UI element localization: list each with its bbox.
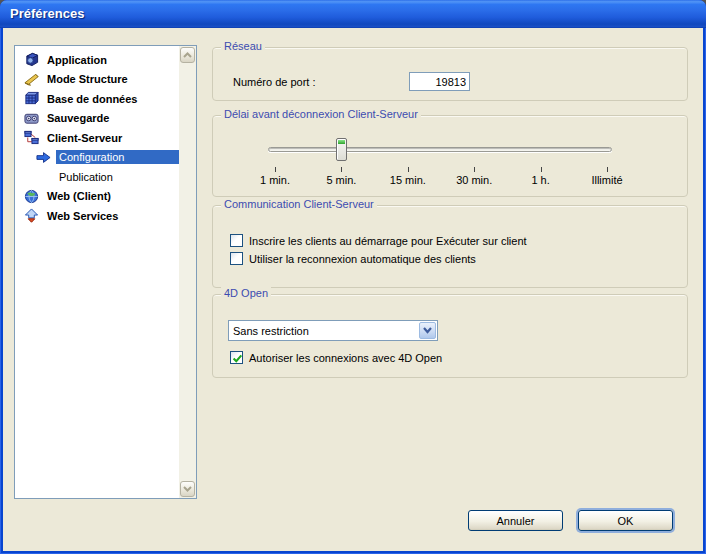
preferences-tree: ApplicationMode StructureBase de données… — [14, 45, 197, 499]
timeout-slider-track[interactable] — [268, 147, 612, 152]
check-icon — [231, 352, 244, 365]
communication-checkbox[interactable] — [230, 252, 243, 265]
port-number-input[interactable] — [409, 72, 470, 91]
sidebar-item-label: Publication — [56, 170, 116, 184]
sidebar-item-client-serveur[interactable]: Client-Serveur — [15, 128, 179, 148]
communication-group: Communication Client-Serveur Inscrire le… — [212, 205, 688, 288]
sidebar-item-label: Web Services — [44, 209, 121, 223]
tree-scrollbar[interactable] — [179, 46, 196, 498]
slider-tick — [275, 167, 276, 172]
communication-checkbox-row: Utiliser la reconnexion automatique des … — [230, 252, 476, 265]
slider-tick-label: 15 min. — [390, 174, 426, 186]
sidebar-item-label: Base de données — [44, 92, 140, 106]
communication-checkbox-label: Inscrire les clients au démarrage pour E… — [249, 235, 527, 247]
sidebar-item-label: Sauvegarde — [44, 111, 112, 125]
window-title: Préférences — [0, 0, 706, 28]
4d-open-access-value: Sans restriction — [229, 325, 418, 337]
arrow-right-icon — [35, 149, 51, 165]
communication-group-label: Communication Client-Serveur — [221, 198, 377, 210]
window-titlebar[interactable]: Préférences — [0, 0, 706, 28]
structure-icon — [23, 71, 39, 87]
slider-tick-label: 5 min. — [326, 174, 356, 186]
communication-checkbox-row: Inscrire les clients au démarrage pour E… — [230, 234, 527, 247]
client-server-icon — [23, 130, 39, 146]
sidebar-item-label: Client-Serveur — [44, 131, 125, 145]
4d-open-group-label: 4D Open — [221, 287, 271, 299]
combobox-arrow-button[interactable] — [419, 322, 436, 339]
sidebar-tree-list: ApplicationMode StructureBase de données… — [15, 46, 179, 498]
application-icon — [23, 52, 39, 68]
sidebar-item-mode-structure[interactable]: Mode Structure — [15, 70, 179, 90]
cancel-button[interactable]: Annuler — [468, 510, 563, 531]
4d-open-access-select[interactable]: Sans restriction — [228, 320, 438, 341]
scroll-up-button[interactable] — [180, 47, 195, 63]
slider-tick — [408, 167, 409, 172]
sidebar-item-label: Application — [44, 53, 110, 67]
slider-tick-label: 1 h. — [531, 174, 549, 186]
allow-4d-open-row: Autoriser les connexions avec 4D Open — [230, 351, 442, 364]
sidebar-item-base-de-donn-es[interactable]: Base de données — [15, 89, 179, 109]
sidebar-item-application[interactable]: Application — [15, 50, 179, 70]
timeout-slider-thumb[interactable] — [336, 138, 347, 161]
sidebar-item-label: Configuration — [56, 150, 179, 164]
allow-4d-open-label: Autoriser les connexions avec 4D Open — [249, 352, 442, 364]
allow-4d-open-checkbox[interactable] — [230, 351, 243, 364]
database-icon — [23, 91, 39, 107]
slider-tick-label: Illimité — [591, 174, 622, 186]
port-number-label: Numéro de port : — [233, 76, 316, 88]
scroll-down-button[interactable] — [180, 481, 195, 497]
chevron-down-icon — [423, 327, 432, 334]
sidebar-item-label: Web (Client) — [44, 189, 114, 203]
communication-checkbox-label: Utiliser la reconnexion automatique des … — [249, 253, 476, 265]
slider-tick — [607, 167, 608, 172]
sidebar-item-publication[interactable]: Publication — [15, 167, 179, 187]
globe-icon — [23, 188, 39, 204]
sidebar-item-sauvegarde[interactable]: Sauvegarde — [15, 109, 179, 129]
backup-icon — [23, 110, 39, 126]
tree-icon-spacer — [35, 169, 51, 185]
slider-tick — [474, 167, 475, 172]
slider-tick — [341, 167, 342, 172]
dialog-body: ApplicationMode StructureBase de données… — [3, 28, 703, 551]
network-group: Réseau Numéro de port : — [212, 47, 688, 101]
sidebar-item-web-services[interactable]: Web Services — [15, 206, 179, 226]
web-services-icon — [23, 208, 39, 224]
sidebar-item-configuration[interactable]: Configuration — [15, 148, 179, 168]
ok-button[interactable]: OK — [578, 510, 673, 531]
4d-open-group: 4D Open Sans restriction Autoriser les c… — [212, 294, 688, 378]
timeout-group: Délai avant déconnexion Client-Serveur 1… — [212, 115, 688, 197]
sidebar-item-web-client[interactable]: Web (Client) — [15, 187, 179, 207]
slider-tick-label: 1 min. — [260, 174, 290, 186]
timeout-group-label: Délai avant déconnexion Client-Serveur — [221, 108, 421, 120]
sidebar-item-label: Mode Structure — [44, 72, 131, 86]
network-group-label: Réseau — [221, 40, 265, 52]
slider-tick — [541, 167, 542, 172]
preferences-dialog: Préférences ApplicationMode StructureBas… — [0, 0, 706, 554]
slider-tick-label: 30 min. — [456, 174, 492, 186]
communication-checkbox[interactable] — [230, 234, 243, 247]
